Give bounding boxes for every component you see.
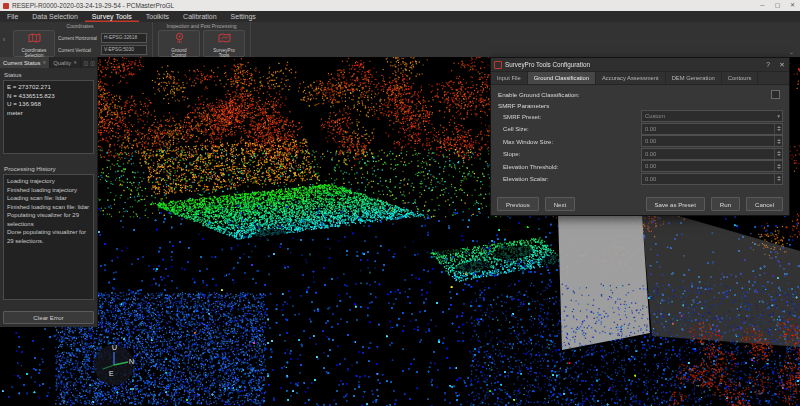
clear-error-button[interactable]: Clear Error bbox=[3, 311, 94, 324]
history-line: Populating visualizer for 29 selections bbox=[7, 211, 90, 228]
cancel-button[interactable]: Cancel bbox=[746, 197, 783, 211]
tab-current-status-label: Current Status bbox=[3, 60, 40, 66]
close-icon[interactable]: ✕ bbox=[785, 0, 800, 11]
dialog-tab-bar: Input File Ground Classification Accurac… bbox=[491, 72, 789, 85]
save-as-preset-button[interactable]: Save as Preset bbox=[646, 197, 705, 211]
current-vertical-field[interactable]: V-EPSG:5030 bbox=[101, 45, 147, 55]
surveypro-tools-configuration-dialog: SurveyPro Tools Configuration ? ✕ Input … bbox=[490, 57, 790, 216]
orientation-compass[interactable]: U N E bbox=[91, 341, 137, 387]
window-title: RESEPI-R0000-2020-03-24-19-29-54 - PCMas… bbox=[12, 2, 755, 9]
elevation-threshold-value: 0.00 bbox=[642, 163, 774, 169]
history-line: Finished loading trajectory bbox=[7, 186, 90, 195]
elevation-threshold-label: Elevation Threshold: bbox=[503, 163, 641, 170]
history-line: Finished loading scan file: lidar bbox=[7, 203, 90, 212]
enable-ground-classification-label: Enable Ground Classification: bbox=[498, 91, 580, 98]
ground-control-button[interactable]: Ground Control bbox=[158, 30, 200, 57]
tab-ground-classification[interactable]: Ground Classification bbox=[528, 72, 596, 84]
dialog-button-row: Previous Next Save as Preset Run Cancel bbox=[491, 197, 789, 211]
menu-survey-tools[interactable]: Survey Tools bbox=[85, 11, 139, 22]
status-easting: E = 273702.271 bbox=[7, 83, 90, 92]
tab-accuracy-assessment[interactable]: Accuracy Assessment bbox=[596, 72, 666, 84]
spinner-arrows-icon[interactable] bbox=[774, 136, 782, 146]
elevation-threshold-spinner[interactable]: 0.00 bbox=[641, 160, 783, 172]
cell-size-label: Cell Size: bbox=[503, 125, 641, 132]
cell-size-spinner[interactable]: 0.00 bbox=[641, 123, 783, 135]
smrf-preset-value: Custom bbox=[642, 113, 777, 119]
compass-up-label: U bbox=[112, 344, 117, 351]
dialog-app-icon bbox=[494, 61, 502, 69]
status-units: meter bbox=[7, 109, 90, 118]
spinner-arrows-icon[interactable] bbox=[774, 149, 782, 159]
surveypro-tools-button[interactable]: SurveyPro Tools bbox=[203, 30, 245, 57]
ribbon-collapse-icon[interactable]: ⌄ bbox=[789, 48, 794, 55]
status-northing: N = 4336515.823 bbox=[7, 92, 90, 101]
minimize-icon[interactable]: ─ bbox=[755, 0, 770, 11]
cell-size-value: 0.00 bbox=[642, 126, 774, 132]
previous-button[interactable]: Previous bbox=[497, 197, 539, 211]
max-window-size-value: 0.00 bbox=[642, 138, 774, 144]
dialog-title: SurveyPro Tools Configuration bbox=[505, 61, 761, 68]
maximize-icon[interactable]: ▢ bbox=[770, 0, 785, 11]
tab-input-file[interactable]: Input File bbox=[491, 72, 528, 84]
dock-icon[interactable]: ◫ bbox=[90, 60, 95, 66]
status-sidebar: Current Status ✕ Quality ✕ ◫ ◫ Status E … bbox=[0, 57, 98, 327]
app-icon bbox=[3, 3, 9, 9]
smrf-parameters-label: SMRF Parameters bbox=[498, 102, 549, 109]
application-window: RESEPI-R0000-2020-03-24-19-29-54 - PCMas… bbox=[0, 0, 800, 406]
history-line: Loading trajectory bbox=[7, 177, 90, 186]
menu-file[interactable]: File bbox=[0, 11, 25, 22]
ribbon-group-inspection: Inspection and Post Processing Ground Co… bbox=[153, 22, 251, 57]
smrf-preset-select[interactable]: Custom ▾ bbox=[641, 110, 783, 122]
processing-history-box: Loading trajectory Finished loading traj… bbox=[3, 174, 94, 300]
status-up: U = 136.968 bbox=[7, 100, 90, 109]
tab-current-status-close-icon[interactable]: ✕ bbox=[42, 60, 46, 65]
coordinates-map-icon bbox=[28, 29, 41, 47]
dialog-close-icon[interactable]: ✕ bbox=[775, 58, 789, 71]
next-button[interactable]: Next bbox=[545, 197, 576, 211]
tab-quality-close-icon[interactable]: ✕ bbox=[73, 60, 77, 65]
current-horizontal-field[interactable]: H-EPSG:32618 bbox=[101, 33, 147, 43]
elevation-scalar-value: 0.00 bbox=[642, 176, 774, 182]
dock-icon[interactable]: ◫ bbox=[84, 60, 89, 66]
spinner-arrows-icon[interactable] bbox=[774, 161, 782, 171]
dialog-help-icon[interactable]: ? bbox=[761, 58, 775, 71]
tab-quality-label: Quality bbox=[53, 60, 71, 66]
menu-data-selection[interactable]: Data Selection bbox=[25, 11, 85, 22]
window-titlebar: RESEPI-R0000-2020-03-24-19-29-54 - PCMas… bbox=[0, 0, 800, 11]
status-box: E = 273702.271 N = 4336515.823 U = 136.9… bbox=[3, 80, 94, 154]
ribbon-scroll-left-icon[interactable]: ‹ bbox=[0, 22, 8, 57]
ribbon-toolbar: ‹ Coordinates Coordinates Selection Curr… bbox=[0, 22, 800, 58]
menu-toolkits[interactable]: Toolkits bbox=[139, 11, 176, 22]
coordinates-selection-button[interactable]: Coordinates Selection bbox=[13, 30, 55, 57]
compass-east-label: E bbox=[109, 370, 114, 377]
spinner-arrows-icon[interactable] bbox=[774, 124, 782, 134]
history-line: Done populating visualizer for 29 select… bbox=[7, 228, 90, 245]
tab-contours[interactable]: Contours bbox=[722, 72, 759, 84]
surveypro-tools-icon bbox=[218, 29, 231, 47]
slope-label: Slope: bbox=[503, 150, 641, 157]
dialog-titlebar[interactable]: SurveyPro Tools Configuration ? ✕ bbox=[491, 58, 789, 72]
menu-calibration[interactable]: Calibration bbox=[176, 11, 223, 22]
tab-quality[interactable]: Quality ✕ bbox=[50, 57, 81, 68]
chevron-down-icon: ▾ bbox=[777, 113, 782, 119]
spinner-arrows-icon[interactable] bbox=[774, 174, 782, 184]
max-window-size-spinner[interactable]: 0.00 bbox=[641, 135, 783, 147]
run-button[interactable]: Run bbox=[711, 197, 740, 211]
elevation-scalar-spinner[interactable]: 0.00 bbox=[641, 173, 783, 185]
history-section-label: Processing History bbox=[0, 162, 97, 174]
current-horizontal-label: Current Horizontal bbox=[58, 36, 98, 41]
ribbon-group-coordinates: Coordinates Coordinates Selection Curren… bbox=[8, 22, 153, 57]
enable-ground-classification-checkbox[interactable] bbox=[771, 90, 780, 99]
slope-spinner[interactable]: 0.00 bbox=[641, 148, 783, 160]
history-line: Loading scan file: lidar bbox=[7, 194, 90, 203]
menu-settings[interactable]: Settings bbox=[224, 11, 263, 22]
slope-value: 0.00 bbox=[642, 151, 774, 157]
tab-current-status[interactable]: Current Status ✕ bbox=[0, 57, 50, 68]
sidebar-tab-bar: Current Status ✕ Quality ✕ ◫ ◫ bbox=[0, 57, 97, 68]
tab-dem-generation[interactable]: DEM Generation bbox=[666, 72, 722, 84]
ground-control-pin-icon bbox=[174, 29, 185, 47]
current-vertical-label: Current Vertical bbox=[58, 48, 98, 53]
smrf-preset-label: SMRF Preset: bbox=[503, 113, 641, 120]
compass-north-label: N bbox=[129, 358, 134, 365]
elevation-scalar-label: Elevation Scalar: bbox=[503, 175, 641, 182]
